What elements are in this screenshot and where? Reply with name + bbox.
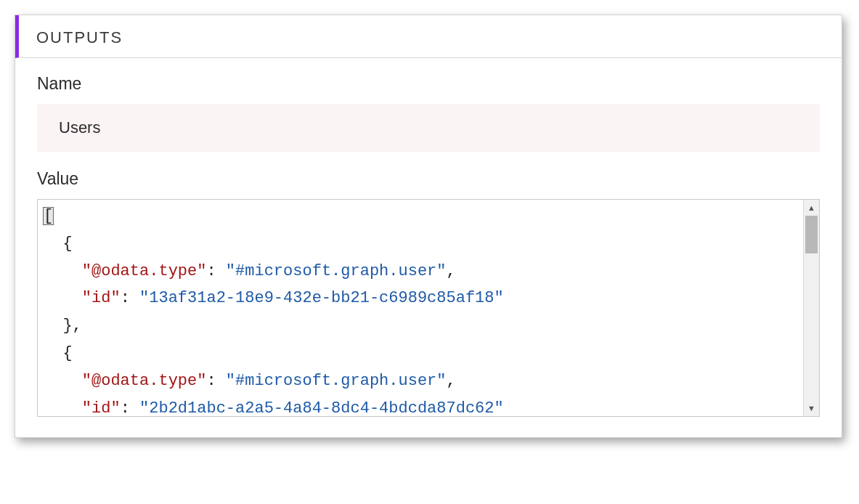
scroll-up-icon[interactable]: ▲ (804, 200, 819, 216)
scroll-thumb[interactable] (805, 216, 818, 253)
value-json[interactable]: [ { "@odata.type": "#microsoft.graph.use… (38, 200, 819, 416)
name-value[interactable]: Users (37, 104, 820, 152)
value-code-box[interactable]: [ { "@odata.type": "#microsoft.graph.use… (37, 199, 820, 417)
outputs-panel: OUTPUTS Name Users Value [ { "@odata.typ… (15, 15, 842, 438)
outputs-panel-header: OUTPUTS (15, 15, 842, 58)
value-field: Value [ { "@odata.type": "#microsoft.gra… (37, 169, 820, 417)
name-field: Name Users (37, 74, 820, 152)
outputs-title: OUTPUTS (36, 28, 824, 47)
scroll-down-icon[interactable]: ▼ (804, 400, 819, 416)
name-label: Name (37, 74, 820, 94)
scroll-track[interactable] (804, 216, 819, 400)
value-label: Value (37, 169, 820, 189)
value-scrollbar[interactable]: ▲ ▼ (803, 200, 819, 416)
outputs-panel-body: Name Users Value [ { "@odata.type": "#mi… (15, 58, 842, 437)
